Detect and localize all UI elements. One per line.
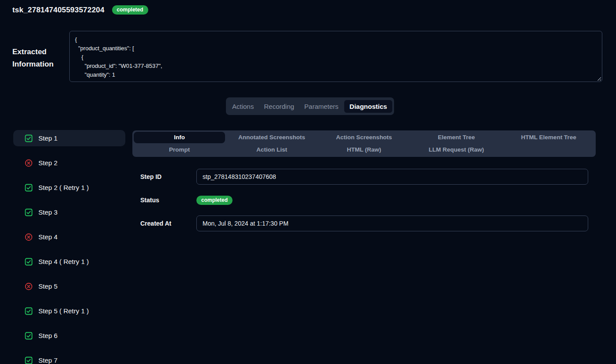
check-square-icon (25, 208, 33, 216)
x-circle-icon (25, 282, 33, 290)
subtab-element-tree[interactable]: Element Tree (410, 131, 503, 144)
sidebar-step-7[interactable]: Step 7 (13, 352, 125, 364)
step-label: Step 2 ( Retry 1 ) (38, 184, 89, 191)
diagnostics-subtab-bar: Info Annotated Screenshots Action Screen… (132, 130, 596, 157)
check-square-icon (25, 258, 33, 266)
step-label: Step 5 ( Retry 1 ) (38, 307, 89, 315)
check-square-icon (25, 134, 33, 142)
subtab-action-screenshots[interactable]: Action Screenshots (318, 131, 410, 144)
subtab-annotated-screenshots[interactable]: Annotated Screenshots (225, 131, 318, 144)
step-label: Step 4 ( Retry 1 ) (38, 258, 89, 265)
subtab-prompt[interactable]: Prompt (133, 144, 225, 156)
task-status-badge: completed (112, 5, 148, 15)
extracted-information-label: Extracted Information (12, 31, 69, 82)
step-id-input[interactable] (196, 169, 588, 185)
x-circle-icon (25, 233, 33, 241)
sidebar-step-2-retry-1[interactable]: Step 2 ( Retry 1 ) (13, 179, 125, 196)
sidebar-step-6[interactable]: Step 6 (13, 327, 125, 344)
subtab-html-raw[interactable]: HTML (Raw) (318, 144, 410, 156)
extracted-information-textarea-wrap: { "product_quantities": [ { "product_id"… (69, 31, 602, 82)
tab-actions[interactable]: Actions (228, 100, 258, 113)
sidebar-step-5-retry-1[interactable]: Step 5 ( Retry 1 ) (13, 303, 125, 319)
extracted-information-section: Extracted Information { "product_quantit… (12, 31, 602, 82)
created-at-row: Created At (132, 215, 596, 231)
check-square-icon (25, 357, 33, 364)
sidebar-step-4[interactable]: Step 4 (13, 229, 125, 245)
step-label: Step 7 (38, 357, 57, 364)
step-id-label: Step ID (132, 173, 196, 180)
subtab-action-list[interactable]: Action List (225, 144, 318, 156)
check-square-icon (25, 307, 33, 315)
extracted-information-textarea[interactable]: { "product_quantities": [ { "product_id"… (69, 31, 602, 82)
tab-diagnostics[interactable]: Diagnostics (344, 100, 392, 113)
check-square-icon (25, 332, 33, 340)
steps-sidebar: Step 1 Step 2 Step 2 ( Retry 1 ) Step 3 … (13, 130, 125, 364)
step-label: Step 2 (38, 159, 57, 167)
info-fields: Step ID Status completed Created At (132, 169, 596, 231)
x-circle-icon (25, 159, 33, 167)
task-id-title: tsk_278147405593572204 (12, 6, 105, 15)
check-square-icon (25, 184, 33, 192)
diagnostics-panel: Info Annotated Screenshots Action Screen… (132, 130, 596, 231)
page-header: tsk_278147405593572204 completed (12, 5, 148, 15)
sidebar-step-3[interactable]: Step 3 (13, 204, 125, 220)
step-id-row: Step ID (132, 169, 596, 185)
subtab-llm-request-raw[interactable]: LLM Request (Raw) (410, 144, 503, 156)
sidebar-step-2[interactable]: Step 2 (13, 155, 125, 171)
status-label: Status (132, 197, 196, 204)
step-label: Step 6 (38, 332, 57, 339)
sidebar-step-1[interactable]: Step 1 (13, 130, 125, 146)
sidebar-step-4-retry-1[interactable]: Step 4 ( Retry 1 ) (13, 253, 125, 270)
tab-recording[interactable]: Recording (259, 100, 298, 113)
tab-parameters[interactable]: Parameters (300, 100, 343, 113)
subtab-html-element-tree[interactable]: HTML Element Tree (503, 131, 595, 144)
step-label: Step 5 (38, 282, 57, 290)
subtab-info[interactable]: Info (134, 132, 225, 143)
created-at-input[interactable] (196, 215, 588, 231)
step-status-badge: completed (196, 196, 233, 205)
step-label: Step 3 (38, 208, 57, 216)
created-at-label: Created At (132, 220, 196, 227)
main-tab-bar: Actions Recording Parameters Diagnostics (226, 97, 394, 115)
step-label: Step 1 (38, 134, 57, 142)
step-label: Step 4 (38, 233, 57, 241)
sidebar-step-5[interactable]: Step 5 (13, 278, 125, 294)
status-row: Status completed (132, 192, 596, 208)
